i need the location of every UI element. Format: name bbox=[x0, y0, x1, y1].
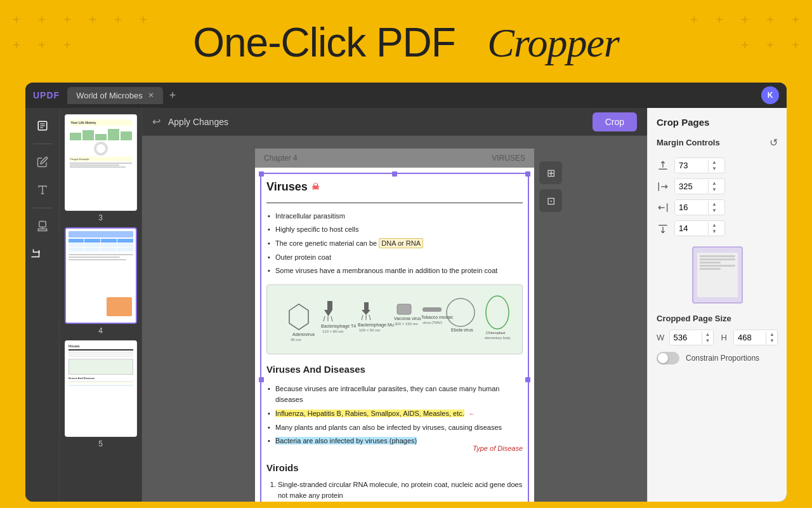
toggle-thumb bbox=[658, 353, 668, 363]
pdf-page-body: Viruses ☠ Intracellular parasitism Highl… bbox=[255, 168, 534, 502]
viroid-item-1: Single-stranded circular RNA molecule, n… bbox=[278, 479, 523, 500]
crop-tool-button-2[interactable]: ⊡ bbox=[539, 189, 562, 212]
pdf-toolbar: ↩ Apply Changes Crop bbox=[142, 108, 647, 136]
title-bar: UPDF World of Microbes ✕ + K bbox=[25, 83, 787, 108]
diseases-highlight-4: Bacteria are also infected by viruses (p… bbox=[275, 437, 417, 444]
avatar: K bbox=[761, 86, 779, 104]
margin-right-up[interactable]: ▲ bbox=[709, 180, 720, 187]
margin-right-row: ▲ ▼ bbox=[657, 178, 778, 194]
svg-line-15 bbox=[331, 316, 332, 321]
svg-point-33 bbox=[486, 296, 509, 329]
constrain-label: Constrain Proportions bbox=[686, 354, 759, 363]
height-input[interactable] bbox=[734, 330, 766, 345]
svg-line-20 bbox=[362, 315, 363, 320]
margin-left-input[interactable] bbox=[675, 200, 708, 215]
margin-controls-label: Margin Controls bbox=[657, 138, 720, 147]
chapter-label: Chapter 4 bbox=[264, 154, 298, 163]
preview-content bbox=[697, 253, 738, 297]
thumbnail-item-3[interactable]: Your Life History Fungus Example bbox=[65, 114, 136, 222]
margin-bottom-down[interactable]: ▼ bbox=[709, 229, 720, 235]
tab-area: World of Microbes ✕ + bbox=[67, 87, 754, 104]
tab-label: World of Microbes bbox=[76, 91, 143, 100]
viruses-section-title: Viruses ☠ bbox=[266, 178, 523, 196]
thumbnail-img-3[interactable]: Your Life History Fungus Example bbox=[65, 114, 137, 211]
thumbnail-item-4[interactable]: 4 bbox=[65, 227, 136, 335]
margin-right-input[interactable] bbox=[675, 179, 708, 194]
document-tab[interactable]: World of Microbes ✕ bbox=[67, 87, 163, 104]
height-down[interactable]: ▼ bbox=[766, 338, 778, 344]
width-row: W ▲ ▼ H ▲ ▼ bbox=[657, 330, 778, 345]
virus-icon: ☠ bbox=[311, 180, 320, 194]
bullet-item-2: Highly specific to host cells bbox=[266, 223, 523, 237]
svg-text:Bacteriophage Mu: Bacteriophage Mu bbox=[358, 323, 394, 328]
updf-logo: UPDF bbox=[33, 90, 60, 100]
right-panel: Crop Pages Margin Controls ↺ bbox=[647, 108, 787, 502]
pdf-scroll-area[interactable]: Chapter 4 VIRUSES Viruses ☠ bbox=[142, 136, 647, 502]
svg-text:Bacteriophage T4: Bacteriophage T4 bbox=[321, 324, 356, 329]
sidebar-icon-edit[interactable] bbox=[31, 150, 54, 173]
svg-text:Chloroplast: Chloroplast bbox=[486, 331, 506, 335]
annotation-arrow-1: ← bbox=[469, 410, 475, 417]
sidebar-icon-stamp[interactable] bbox=[31, 215, 54, 237]
hero-title-normal: One-Click PDF bbox=[193, 20, 455, 65]
disease-bullet-2: Influenza, Hepatitis B, Rabies, Smallpox… bbox=[266, 407, 523, 421]
bullet-item-3: The core genetic material can be DNA or … bbox=[266, 237, 523, 251]
margin-top-input-wrap: ▲ ▼ bbox=[674, 157, 725, 173]
crop-tool-button-1[interactable]: ⊞ bbox=[539, 161, 562, 184]
sidebar-icon-crop[interactable] bbox=[25, 243, 48, 265]
thumbnail-img-5[interactable]: Viruses Viruses And Diseases bbox=[65, 340, 137, 437]
margin-top-icon bbox=[657, 159, 669, 172]
margin-left-down[interactable]: ▼ bbox=[709, 208, 720, 214]
thumbnail-label-3: 3 bbox=[98, 213, 103, 222]
margin-top-down[interactable]: ▼ bbox=[709, 166, 720, 172]
margin-top-input[interactable] bbox=[675, 158, 708, 173]
width-input-wrap: ▲ ▼ bbox=[669, 330, 714, 345]
crop-button[interactable]: Crop bbox=[593, 112, 637, 131]
svg-text:100 × 50 nm: 100 × 50 nm bbox=[359, 328, 381, 332]
disease-bullet-1: Because viruses are intracellular parasi… bbox=[266, 382, 523, 407]
margin-right-spinners: ▲ ▼ bbox=[708, 180, 720, 193]
margin-left-up[interactable]: ▲ bbox=[709, 201, 720, 208]
svg-point-31 bbox=[447, 298, 475, 326]
preview-line-3 bbox=[700, 262, 721, 264]
margin-bottom-up[interactable]: ▲ bbox=[709, 222, 720, 229]
width-down[interactable]: ▼ bbox=[702, 338, 714, 344]
margin-bottom-input[interactable] bbox=[675, 221, 708, 236]
height-up[interactable]: ▲ bbox=[766, 331, 778, 338]
sidebar-divider-2 bbox=[33, 208, 52, 208]
thumbnail-item-5[interactable]: Viruses Viruses And Diseases 5 bbox=[65, 340, 136, 448]
constrain-row: Constrain Proportions bbox=[657, 352, 778, 364]
height-label: H bbox=[721, 333, 730, 342]
bullet-item-5: Some viruses have a membranous mantle in… bbox=[266, 264, 523, 278]
svg-text:elementary body: elementary body bbox=[485, 336, 511, 340]
margin-right-icon bbox=[657, 180, 669, 193]
crop-pages-title: Crop Pages bbox=[657, 117, 778, 128]
preview-line-1 bbox=[700, 255, 735, 257]
main-content: Your Life History Fungus Example bbox=[25, 108, 787, 502]
sidebar-icon-text[interactable] bbox=[31, 178, 54, 201]
apply-icon: ↩ bbox=[152, 116, 160, 128]
hero-area: One-Click PDF Cropper bbox=[0, 19, 812, 67]
margin-top-up[interactable]: ▲ bbox=[709, 159, 720, 166]
reset-button[interactable]: ↺ bbox=[769, 137, 778, 149]
apply-changes-button[interactable]: Apply Changes bbox=[168, 117, 228, 127]
viewer-tools: ⊞ ⊡ bbox=[539, 161, 562, 212]
width-up[interactable]: ▲ bbox=[702, 331, 714, 338]
dna-rna-highlight: DNA or RNA bbox=[379, 238, 423, 248]
thumbnail-img-4[interactable] bbox=[65, 227, 137, 324]
thumbnail-label-4: 4 bbox=[98, 326, 103, 335]
width-input[interactable] bbox=[670, 330, 702, 345]
new-tab-button[interactable]: + bbox=[166, 89, 180, 102]
sidebar-icon-document[interactable] bbox=[31, 114, 54, 137]
tab-close-button[interactable]: ✕ bbox=[148, 91, 154, 100]
left-sidebar bbox=[25, 108, 60, 502]
sidebar-divider-1 bbox=[33, 144, 52, 144]
margin-left-icon bbox=[657, 201, 669, 214]
bullet-item-1: Intracellular parasitism bbox=[266, 210, 523, 224]
margin-right-down[interactable]: ▼ bbox=[709, 187, 720, 193]
constrain-toggle[interactable] bbox=[657, 352, 679, 364]
bullet-item-4: Outer protein coat bbox=[266, 251, 523, 265]
app-window: UPDF World of Microbes ✕ + K bbox=[25, 83, 787, 502]
svg-text:Adenovirus: Adenovirus bbox=[292, 332, 315, 337]
preview-line-2 bbox=[700, 258, 735, 260]
